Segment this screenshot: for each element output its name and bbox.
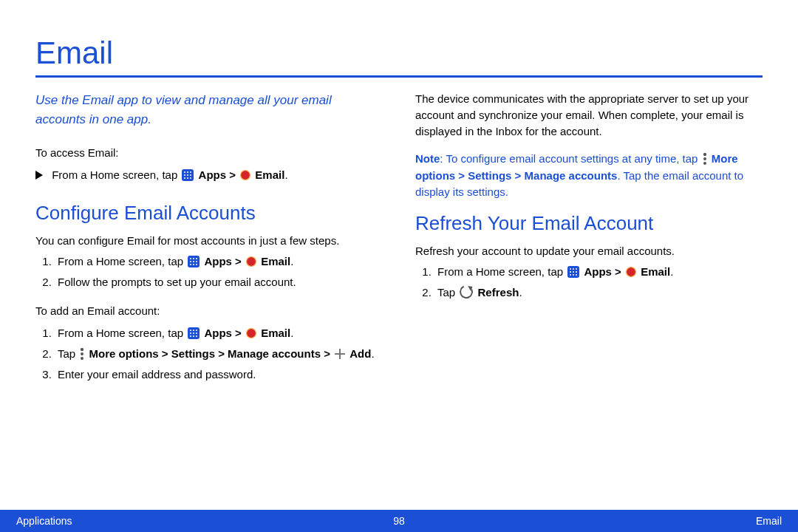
text: From a Home screen, tap	[58, 255, 186, 267]
add-steps: From a Home screen, tap Apps > Email. Ta…	[35, 325, 383, 382]
gt: >	[232, 327, 245, 339]
list-item: Tap More options > Settings > Manage acc…	[55, 346, 383, 362]
title-rule	[35, 75, 763, 78]
page-title: Email	[35, 35, 763, 71]
apps-label: Apps	[584, 265, 612, 278]
email-icon	[240, 170, 250, 180]
gt: >	[215, 347, 228, 360]
note-block: Note: To configure email account setting…	[415, 151, 763, 201]
email-icon	[246, 256, 256, 267]
left-column: Use the Email app to view and manage all…	[35, 91, 383, 395]
email-label: Email	[255, 168, 284, 181]
footer-section: Applications	[16, 515, 72, 527]
configure-steps: From a Home screen, tap Apps > Email. Fo…	[35, 253, 383, 290]
heading-configure: Configure Email Accounts	[35, 200, 383, 228]
footer-page-number: 98	[393, 515, 405, 527]
email-label: Email	[641, 265, 670, 278]
list-item: Tap Refresh.	[434, 284, 763, 301]
apps-label: Apps	[204, 255, 232, 267]
refresh-body: Refresh your account to update your emai…	[415, 243, 763, 259]
gt: >	[232, 255, 245, 267]
email-icon	[626, 267, 636, 277]
list-item: From a Home screen, tap Apps > Email.	[434, 264, 763, 280]
more-options-icon	[703, 153, 707, 165]
refresh-icon	[458, 283, 475, 300]
apps-icon	[188, 256, 200, 267]
plus-icon	[335, 349, 345, 359]
email-label: Email	[261, 255, 290, 267]
email-label: Email	[261, 327, 290, 339]
apps-icon	[182, 169, 194, 181]
apps-label: Apps	[199, 168, 227, 181]
text: Tap	[58, 347, 78, 360]
email-icon	[246, 328, 256, 338]
gt1: >	[226, 168, 239, 181]
list-item: Follow the prompts to set up your email …	[55, 274, 383, 290]
access-step: From a Home screen, tap Apps > Email.	[35, 167, 383, 183]
footer-topic: Email	[756, 515, 782, 527]
heading-refresh: Refresh Your Email Account	[415, 210, 763, 238]
p: .	[371, 347, 374, 360]
p: .	[290, 255, 293, 267]
settings-label: Settings	[468, 169, 511, 182]
text: From a Home screen, tap	[58, 327, 186, 339]
add-label: Add	[349, 347, 371, 360]
apps-label: Apps	[204, 327, 232, 339]
apps-icon	[188, 327, 200, 339]
access-label: To access Email:	[35, 145, 383, 161]
more-options-icon	[80, 348, 84, 360]
p: .	[670, 265, 673, 278]
add-label: To add an Email account:	[35, 303, 383, 319]
intro-text: Use the Email app to view and manage all…	[35, 91, 383, 129]
list-item: Enter your email address and password.	[55, 366, 383, 383]
gt: >	[511, 169, 524, 182]
apps-icon	[567, 266, 579, 278]
more-options-label: More options	[89, 347, 159, 360]
gt: >	[321, 347, 333, 360]
text: Tap	[437, 286, 458, 299]
note-text1: : To configure email account settings at…	[440, 152, 700, 165]
play-arrow-icon	[35, 171, 43, 180]
gt: >	[455, 169, 468, 182]
list-item: From a Home screen, tap Apps > Email.	[55, 253, 383, 270]
gt: >	[612, 265, 624, 278]
gt: >	[159, 347, 171, 360]
page-footer: Applications 98 Email	[0, 510, 798, 532]
refresh-label: Refresh	[478, 286, 519, 299]
note-prefix: Note	[415, 152, 440, 165]
text: From a Home screen, tap	[437, 265, 566, 278]
text-from-home: From a Home screen, tap	[52, 168, 180, 181]
manage-label: Manage accounts	[525, 169, 618, 182]
p: .	[519, 286, 522, 299]
p1: .	[284, 168, 287, 181]
list-item: From a Home screen, tap Apps > Email.	[55, 325, 383, 341]
p: .	[290, 327, 293, 339]
sync-body: The device communicates with the appropr…	[415, 91, 763, 139]
manage-label: Manage accounts	[228, 347, 321, 360]
settings-label: Settings	[171, 347, 215, 360]
configure-body: You can configure Email for most account…	[35, 233, 383, 249]
right-column: The device communicates with the appropr…	[415, 91, 763, 395]
refresh-steps: From a Home screen, tap Apps > Email. Ta…	[415, 264, 763, 301]
